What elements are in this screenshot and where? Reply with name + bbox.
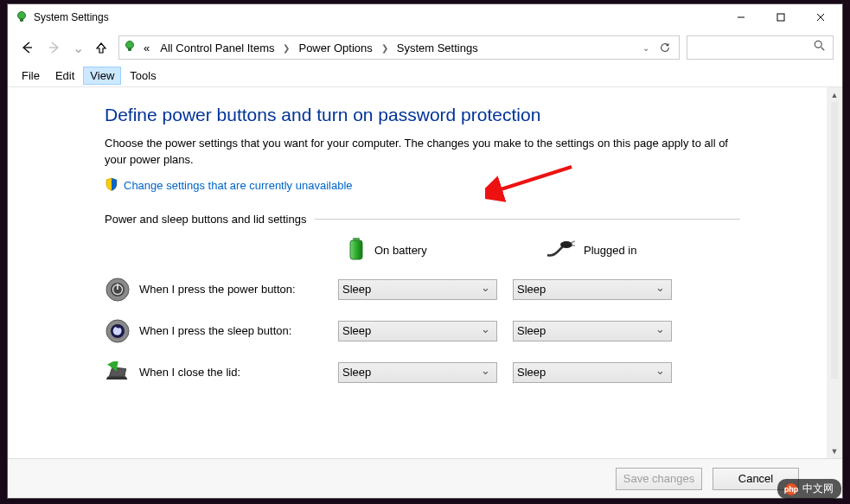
svg-line-16 [571,241,575,243]
sleep-battery-select[interactable]: Sleep [338,321,497,341]
menu-view[interactable]: View [83,67,121,85]
scroll-track[interactable] [831,102,838,443]
svg-line-11 [821,48,825,51]
minimize-button[interactable] [721,4,761,30]
close-button[interactable] [801,4,840,30]
menu-edit[interactable]: Edit [48,67,81,85]
vertical-scrollbar[interactable]: ▲ ▼ [827,87,842,458]
app-icon [15,10,29,24]
svg-rect-14 [350,240,362,259]
sleep-button-icon [105,318,131,344]
content-panel: Define power buttons and turn on passwor… [8,87,827,458]
column-battery: On battery [347,236,468,265]
chevron-right-icon[interactable]: ❯ [281,43,291,53]
row-label: When I close the lid: [139,366,338,379]
section-header: Power and sleep buttons and lid settings [105,213,740,226]
shield-icon [105,177,118,194]
svg-point-15 [560,241,572,248]
titlebar: System Settings [8,4,842,30]
svg-line-12 [495,167,572,191]
power-battery-select[interactable]: Sleep [338,279,497,300]
breadcrumb-item[interactable]: Power Options [295,40,375,56]
watermark-text: 中文网 [802,482,834,496]
menu-tools[interactable]: Tools [123,67,163,85]
recent-dropdown[interactable]: ⌄ [72,37,84,58]
power-plugged-select[interactable]: Sleep [513,279,672,300]
row-label: When I press the power button: [139,283,338,296]
row-power-button: When I press the power button: Sleep Sle… [105,277,740,303]
column-label: Plugged in [584,244,636,257]
row-close-lid: When I close the lid: Sleep Sleep [105,360,740,386]
svg-rect-9 [128,48,131,51]
save-button[interactable]: Save changes [616,468,702,490]
row-sleep-button: When I press the sleep button: Sleep Sle… [105,318,740,344]
forward-button[interactable] [44,37,65,58]
search-input[interactable] [687,35,834,60]
power-button-icon [105,277,131,303]
svg-rect-1 [20,18,23,22]
watermark: php 中文网 [777,479,841,499]
maximize-button[interactable] [761,4,801,30]
scroll-up-button[interactable]: ▲ [828,87,842,102]
lid-battery-select[interactable]: Sleep [338,362,497,383]
laptop-lid-icon [105,360,131,386]
change-settings-link[interactable]: Change settings that are currently unava… [124,179,353,192]
up-button[interactable] [91,37,112,58]
section-title: Power and sleep buttons and lid settings [105,213,306,226]
divider [315,219,740,220]
content-area: Define power buttons and turn on passwor… [8,87,842,458]
breadcrumb-item[interactable]: System Settings [393,40,482,56]
column-headers: On battery Plugged in [347,236,740,265]
scroll-down-button[interactable]: ▼ [828,443,842,458]
battery-icon [347,236,366,265]
breadcrumb-item[interactable]: All Control Panel Items [157,40,278,56]
address-bar[interactable]: « All Control Panel Items ❯ Power Option… [118,35,680,60]
menu-file[interactable]: File [15,67,47,85]
scroll-thumb[interactable] [831,102,838,379]
row-label: When I press the sleep button: [139,324,338,337]
plug-icon [546,239,575,261]
svg-point-10 [815,41,821,48]
chevron-down-icon[interactable]: ⌄ [641,43,651,53]
page-title: Define power buttons and turn on passwor… [105,105,740,125]
column-plugged: Plugged in [546,239,667,261]
app-icon-small [123,40,137,56]
column-label: On battery [374,244,427,257]
bottom-bar: Save changes Cancel [8,458,842,498]
chevron-right-icon[interactable]: ❯ [380,43,390,53]
search-icon [814,40,826,55]
menubar: File Edit View Tools [8,65,842,87]
breadcrumb-root[interactable]: « [140,40,153,56]
svg-rect-3 [777,14,784,21]
system-settings-window: System Settings ⌄ « All Control Panel It… [7,3,843,499]
change-settings-row: Change settings that are currently unava… [105,177,740,194]
watermark-logo: php [785,483,797,495]
lid-plugged-select[interactable]: Sleep [513,362,672,383]
refresh-button[interactable] [655,41,675,54]
page-description: Choose the power settings that you want … [105,136,740,169]
nav-toolbar: ⌄ « All Control Panel Items ❯ Power Opti… [8,30,842,65]
window-title: System Settings [34,11,109,23]
sleep-plugged-select[interactable]: Sleep [513,321,672,341]
back-button[interactable] [16,37,37,58]
